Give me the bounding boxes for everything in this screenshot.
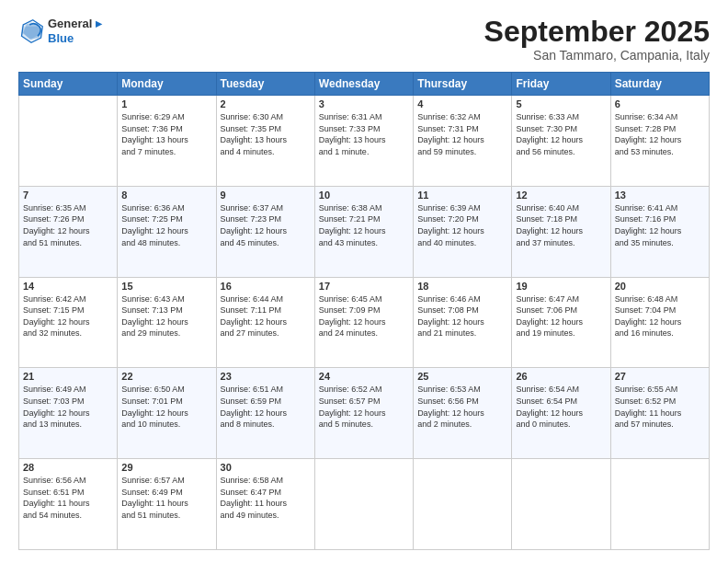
calendar-cell: 25Sunrise: 6:53 AM Sunset: 6:56 PM Dayli… xyxy=(414,368,512,459)
day-number: 9 xyxy=(221,190,311,201)
day-info: Sunrise: 6:38 AM Sunset: 7:21 PM Dayligh… xyxy=(319,202,409,248)
calendar-cell: 6Sunrise: 6:34 AM Sunset: 7:28 PM Daylig… xyxy=(610,96,709,187)
day-number: 3 xyxy=(319,98,409,109)
day-number: 28 xyxy=(23,462,113,473)
day-info: Sunrise: 6:35 AM Sunset: 7:26 PM Dayligh… xyxy=(23,202,113,248)
day-number: 19 xyxy=(516,281,606,292)
col-thursday: Thursday xyxy=(414,73,512,96)
day-info: Sunrise: 6:47 AM Sunset: 7:06 PM Dayligh… xyxy=(516,293,606,339)
calendar-cell: 19Sunrise: 6:47 AM Sunset: 7:06 PM Dayli… xyxy=(512,277,610,368)
calendar-cell: 17Sunrise: 6:45 AM Sunset: 7:09 PM Dayli… xyxy=(314,277,413,368)
calendar-cell: 7Sunrise: 6:35 AM Sunset: 7:26 PM Daylig… xyxy=(19,186,118,277)
day-number: 22 xyxy=(121,371,211,382)
location: San Tammaro, Campania, Italy xyxy=(484,48,710,63)
calendar-cell: 2Sunrise: 6:30 AM Sunset: 7:35 PM Daylig… xyxy=(216,96,314,187)
day-number: 30 xyxy=(221,462,311,473)
col-tuesday: Tuesday xyxy=(216,73,314,96)
col-sunday: Sunday xyxy=(19,73,118,96)
day-number: 20 xyxy=(615,281,705,292)
logo-general: General xyxy=(48,17,92,30)
day-info: Sunrise: 6:40 AM Sunset: 7:18 PM Dayligh… xyxy=(516,202,606,248)
day-info: Sunrise: 6:55 AM Sunset: 6:52 PM Dayligh… xyxy=(615,384,705,430)
calendar-cell: 4Sunrise: 6:32 AM Sunset: 7:31 PM Daylig… xyxy=(414,96,512,187)
day-info: Sunrise: 6:34 AM Sunset: 7:28 PM Dayligh… xyxy=(615,111,705,157)
logo: General ▸ Blue xyxy=(18,17,102,45)
calendar-cell: 23Sunrise: 6:51 AM Sunset: 6:59 PM Dayli… xyxy=(216,368,314,459)
calendar-cell xyxy=(19,96,118,187)
calendar-page: General ▸ Blue September 2025 San Tammar… xyxy=(0,0,728,563)
day-info: Sunrise: 6:31 AM Sunset: 7:33 PM Dayligh… xyxy=(319,111,409,157)
calendar-cell: 24Sunrise: 6:52 AM Sunset: 6:57 PM Dayli… xyxy=(314,368,413,459)
day-number: 14 xyxy=(23,281,113,292)
calendar-cell: 28Sunrise: 6:56 AM Sunset: 6:51 PM Dayli… xyxy=(19,459,118,550)
calendar-cell: 3Sunrise: 6:31 AM Sunset: 7:33 PM Daylig… xyxy=(314,96,413,187)
calendar-cell: 5Sunrise: 6:33 AM Sunset: 7:30 PM Daylig… xyxy=(512,96,610,187)
day-number: 13 xyxy=(615,190,705,201)
day-info: Sunrise: 6:30 AM Sunset: 7:35 PM Dayligh… xyxy=(221,111,311,157)
day-number: 11 xyxy=(417,190,507,201)
calendar-cell: 21Sunrise: 6:49 AM Sunset: 7:03 PM Dayli… xyxy=(19,368,118,459)
col-monday: Monday xyxy=(118,73,216,96)
day-number: 17 xyxy=(319,281,409,292)
day-info: Sunrise: 6:58 AM Sunset: 6:47 PM Dayligh… xyxy=(221,475,311,521)
calendar-week-4: 28Sunrise: 6:56 AM Sunset: 6:51 PM Dayli… xyxy=(19,459,710,550)
calendar-cell: 26Sunrise: 6:54 AM Sunset: 6:54 PM Dayli… xyxy=(512,368,610,459)
day-info: Sunrise: 6:46 AM Sunset: 7:08 PM Dayligh… xyxy=(417,293,507,339)
calendar-cell: 14Sunrise: 6:42 AM Sunset: 7:15 PM Dayli… xyxy=(19,277,118,368)
day-info: Sunrise: 6:54 AM Sunset: 6:54 PM Dayligh… xyxy=(516,384,606,430)
calendar-cell: 18Sunrise: 6:46 AM Sunset: 7:08 PM Dayli… xyxy=(414,277,512,368)
calendar-cell: 16Sunrise: 6:44 AM Sunset: 7:11 PM Dayli… xyxy=(216,277,314,368)
col-wednesday: Wednesday xyxy=(314,73,413,96)
day-number: 15 xyxy=(121,281,211,292)
calendar-cell: 10Sunrise: 6:38 AM Sunset: 7:21 PM Dayli… xyxy=(314,186,413,277)
day-info: Sunrise: 6:57 AM Sunset: 6:49 PM Dayligh… xyxy=(121,475,211,521)
day-info: Sunrise: 6:41 AM Sunset: 7:16 PM Dayligh… xyxy=(615,202,705,248)
day-info: Sunrise: 6:44 AM Sunset: 7:11 PM Dayligh… xyxy=(221,293,311,339)
day-number: 4 xyxy=(417,98,507,109)
logo-blue: Blue xyxy=(48,31,102,46)
calendar-cell xyxy=(314,459,413,550)
calendar-cell xyxy=(610,459,709,550)
calendar-table: Sunday Monday Tuesday Wednesday Thursday… xyxy=(18,72,710,550)
calendar-header-row: Sunday Monday Tuesday Wednesday Thursday… xyxy=(19,73,710,96)
day-info: Sunrise: 6:48 AM Sunset: 7:04 PM Dayligh… xyxy=(615,293,705,339)
col-friday: Friday xyxy=(512,73,610,96)
header: General ▸ Blue September 2025 San Tammar… xyxy=(18,17,710,63)
day-info: Sunrise: 6:45 AM Sunset: 7:09 PM Dayligh… xyxy=(319,293,409,339)
day-number: 12 xyxy=(516,190,606,201)
day-info: Sunrise: 6:29 AM Sunset: 7:36 PM Dayligh… xyxy=(121,111,211,157)
day-number: 25 xyxy=(417,371,507,382)
day-number: 27 xyxy=(615,371,705,382)
calendar-cell: 29Sunrise: 6:57 AM Sunset: 6:49 PM Dayli… xyxy=(118,459,216,550)
calendar-cell xyxy=(414,459,512,550)
day-number: 10 xyxy=(319,190,409,201)
day-number: 16 xyxy=(221,281,311,292)
day-info: Sunrise: 6:56 AM Sunset: 6:51 PM Dayligh… xyxy=(23,475,113,521)
day-number: 21 xyxy=(23,371,113,382)
day-info: Sunrise: 6:51 AM Sunset: 6:59 PM Dayligh… xyxy=(221,384,311,430)
calendar-week-1: 7Sunrise: 6:35 AM Sunset: 7:26 PM Daylig… xyxy=(19,186,710,277)
day-number: 1 xyxy=(121,98,211,109)
day-info: Sunrise: 6:37 AM Sunset: 7:23 PM Dayligh… xyxy=(221,202,311,248)
day-info: Sunrise: 6:36 AM Sunset: 7:25 PM Dayligh… xyxy=(121,202,211,248)
day-info: Sunrise: 6:39 AM Sunset: 7:20 PM Dayligh… xyxy=(417,202,507,248)
calendar-week-2: 14Sunrise: 6:42 AM Sunset: 7:15 PM Dayli… xyxy=(19,277,710,368)
calendar-cell: 30Sunrise: 6:58 AM Sunset: 6:47 PM Dayli… xyxy=(216,459,314,550)
calendar-cell: 12Sunrise: 6:40 AM Sunset: 7:18 PM Dayli… xyxy=(512,186,610,277)
col-saturday: Saturday xyxy=(610,73,709,96)
day-number: 5 xyxy=(516,98,606,109)
day-number: 2 xyxy=(221,98,311,109)
day-number: 24 xyxy=(319,371,409,382)
calendar-body: 1Sunrise: 6:29 AM Sunset: 7:36 PM Daylig… xyxy=(19,96,710,550)
day-info: Sunrise: 6:50 AM Sunset: 7:01 PM Dayligh… xyxy=(121,384,211,430)
title-block: September 2025 San Tammaro, Campania, It… xyxy=(484,17,710,63)
day-number: 26 xyxy=(516,371,606,382)
calendar-cell: 15Sunrise: 6:43 AM Sunset: 7:13 PM Dayli… xyxy=(118,277,216,368)
day-info: Sunrise: 6:33 AM Sunset: 7:30 PM Dayligh… xyxy=(516,111,606,157)
day-info: Sunrise: 6:52 AM Sunset: 6:57 PM Dayligh… xyxy=(319,384,409,430)
month-title: September 2025 xyxy=(484,17,710,46)
day-number: 23 xyxy=(221,371,311,382)
day-info: Sunrise: 6:43 AM Sunset: 7:13 PM Dayligh… xyxy=(121,293,211,339)
calendar-cell: 22Sunrise: 6:50 AM Sunset: 7:01 PM Dayli… xyxy=(118,368,216,459)
calendar-cell: 20Sunrise: 6:48 AM Sunset: 7:04 PM Dayli… xyxy=(610,277,709,368)
